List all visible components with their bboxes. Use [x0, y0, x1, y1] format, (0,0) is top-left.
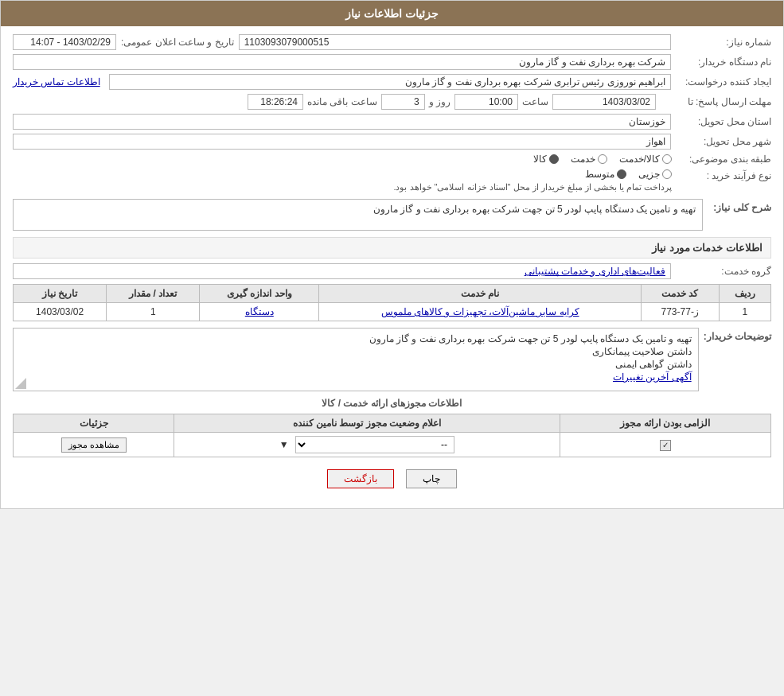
cell-tarikh: 1403/03/02 [14, 303, 107, 321]
sharh-koli-text: تهیه و تامین یک دستگاه پایپ لودر 5 تن جه… [373, 204, 696, 215]
col-tedad: تعداد / مقدار [107, 285, 200, 303]
tosihat-row: توضیحات خریدار: تهیه و تامین یک دستگاه پ… [13, 328, 771, 391]
services-table-head: ردیف کد خدمت نام خدمت واحد اندازه گیری ت… [14, 285, 771, 303]
ostan-label: استان محل تحویل: [676, 116, 771, 127]
button-row: چاپ بازگشت [13, 469, 771, 488]
tabaqe-kala-khedmat-radio[interactable] [662, 154, 672, 164]
contact-info-link[interactable]: اطلاعات تماس خریدار [13, 76, 100, 87]
grohe-khedmat-row: گروه خدمت: فعالیت‌های اداری و خدمات پشتی… [13, 263, 771, 279]
mojoz-col-elzami: الزامی بودن ارائه مجوز [560, 414, 770, 433]
tarikh-aalan-value: 1403/02/29 - 14:07 [13, 34, 116, 50]
farayand-options: جزیی متوسط پرداخت تمام یا بخشی از مبلغ خ… [393, 169, 672, 192]
shomare-niaz-row: شماره نیاز: 1103093079000515 تاریخ و ساع… [13, 34, 771, 50]
col-nam: نام خدمت [319, 285, 641, 303]
mojoz-checkbox[interactable] [660, 440, 671, 451]
shomare-niaz-label: شماره نیاز: [676, 37, 771, 48]
content-area: شماره نیاز: 1103093079000515 تاریخ و ساع… [1, 26, 783, 508]
tabaqe-label: طبقه بندی موضوعی: [676, 154, 771, 165]
corner-icon [15, 378, 26, 389]
tabaqe-kala-khedmat-label: کالا/خدمت [619, 154, 660, 165]
farayand-note: پرداخت تمام یا بخشی از مبلغ خریدار از مح… [393, 182, 672, 192]
mohlat-date: 1403/03/02 [552, 94, 656, 110]
shahr-value: اهواز [13, 134, 671, 150]
tabaqe-kala-khedmat-option: کالا/خدمت [619, 154, 672, 165]
farayand-row: نوع فرآیند خرید : جزیی متوسط پرداخت تمام… [13, 169, 771, 192]
shahr-row: شهر محل تحویل: اهواز [13, 134, 771, 150]
nam-dastgah-value: شرکت بهره برداری نفت و گاز مارون [13, 54, 671, 70]
services-table-body: 1 ز-77-773 کرایه سایر ماشین‌آلات، تجهیزا… [14, 303, 771, 321]
nam-dastgah-row: نام دستگاه خریدار: شرکت بهره برداری نفت … [13, 54, 771, 70]
col-tarikh: تاریخ نیاز [14, 285, 107, 303]
mojoz-joziyat-cell: مشاهده مجوز [14, 433, 174, 457]
tosihat-line-1: تهیه و تامین یک دستگاه پایپ لودر 5 تن جه… [20, 333, 692, 344]
mojoz-section-title: اطلاعات مجوزهای ارائه خدمت / کالا [13, 398, 771, 409]
tabaqe-row: طبقه بندی موضوعی: کالا/خدمت خدمت کالا [13, 154, 771, 165]
grohe-khedmat-value[interactable]: فعالیت‌های اداری و خدمات پشتیبانی [13, 263, 671, 279]
tosihat-line-3: داشتن گواهی ایمنی [20, 359, 692, 370]
sharh-section: شرح کلی نیاز: تهیه و تامین یک دستگاه پای… [13, 199, 771, 231]
farayand-jazii-radio[interactable] [662, 169, 672, 179]
page-wrapper: جزئیات اطلاعات نیاز شماره نیاز: 11030930… [0, 0, 784, 509]
mojoz-table-head: الزامی بودن ارائه مجوز اعلام وضعیت مجوز … [14, 414, 771, 433]
tabaqe-kala-radio[interactable] [549, 154, 559, 164]
mojoz-elzami-cell [560, 433, 770, 457]
page-header: جزئیات اطلاعات نیاز [1, 1, 783, 26]
mohlat-label: مهلت ارسال پاسخ: تا [660, 96, 771, 107]
farayand-label: نوع فرآیند خرید : [676, 169, 771, 181]
mohlat-saat: 10:00 [454, 94, 518, 110]
cell-kod: ز-77-773 [641, 303, 719, 321]
table-row: 1 ز-77-773 کرایه سایر ماشین‌آلات، تجهیزا… [14, 303, 771, 321]
mohlat-row: مهلت ارسال پاسخ: تا 1403/03/02 ساعت 10:0… [13, 94, 771, 110]
cell-vahed[interactable]: دستگاه [200, 303, 319, 321]
farayand-motavaset-label: متوسط [585, 169, 614, 180]
tabaqe-kala-label: کالا [533, 154, 547, 165]
mojoz-status-select[interactable]: -- [295, 436, 454, 453]
farayand-radio-group: جزیی متوسط [393, 169, 672, 180]
ijad-konande-value: ابراهیم نوروزی رئیس ترابری شرکت بهره برد… [109, 74, 671, 90]
mojoz-header-row: الزامی بودن ارائه مجوز اعلام وضعیت مجوز … [14, 414, 771, 433]
mohlat-rooz-label: روز و [429, 96, 451, 107]
view-mojoz-button[interactable]: مشاهده مجوز [61, 437, 127, 453]
ijad-konande-label: ایجاد کننده درخواست: [676, 76, 771, 87]
sharh-value-wrapper: تهیه و تامین یک دستگاه پایپ لودر 5 تن جه… [13, 199, 703, 231]
cell-nam[interactable]: کرایه سایر ماشین‌آلات، تجهیزات و کالاهای… [319, 303, 641, 321]
farayand-jazii-label: جزیی [638, 169, 660, 180]
baghimande-value: 18:26:24 [248, 94, 303, 110]
col-radif: ردیف [719, 285, 770, 303]
agahi-link[interactable]: آگهی آخرین تغییرات [613, 371, 692, 383]
ijad-konande-row: ایجاد کننده درخواست: ابراهیم نوروزی رئیس… [13, 74, 771, 90]
mojoz-table-body: -- ▼ مشاهده مجوز [14, 433, 771, 457]
back-button[interactable]: بازگشت [327, 469, 394, 488]
grohe-khedmat-label: گروه خدمت: [676, 266, 771, 277]
tosihat-line-4: آگهی آخرین تغییرات [20, 371, 692, 383]
col-vahed: واحد اندازه گیری [200, 285, 319, 303]
sharh-koli-label: شرح کلی نیاز: [708, 199, 771, 213]
tosihat-line-2: داشتن صلاحیت پیمانکاری [20, 346, 692, 357]
mohlat-saat-label: ساعت [522, 96, 548, 107]
tabaqe-radio-group: کالا/خدمت خدمت کالا [533, 154, 672, 165]
farayand-motavaset-option: متوسط [585, 169, 626, 180]
services-table: ردیف کد خدمت نام خدمت واحد اندازه گیری ت… [13, 284, 771, 321]
baghimande-label: ساعت باقی مانده [307, 96, 377, 107]
services-section-title: اطلاعات خدمات مورد نیاز [13, 237, 771, 259]
dropdown-icon: ▼ [279, 439, 289, 450]
farayand-motavaset-radio[interactable] [617, 169, 626, 179]
cell-radif: 1 [719, 303, 770, 321]
print-button[interactable]: چاپ [406, 469, 457, 488]
sharh-row: شرح کلی نیاز: تهیه و تامین یک دستگاه پای… [13, 199, 771, 231]
mojoz-col-joziyat: جزئیات [14, 414, 174, 433]
shomare-niaz-value: 1103093079000515 [239, 34, 671, 50]
col-kod: کد خدمت [641, 285, 719, 303]
mojoz-col-status: اعلام وضعیت مجوز توسط نامین کننده [174, 414, 560, 433]
mojoz-table-row: -- ▼ مشاهده مجوز [14, 433, 771, 457]
nam-dastgah-label: نام دستگاه خریدار: [676, 56, 771, 68]
services-table-header-row: ردیف کد خدمت نام خدمت واحد اندازه گیری ت… [14, 285, 771, 303]
ostan-value: خوزستان [13, 114, 671, 130]
tabaqe-khedmat-option: خدمت [571, 154, 607, 165]
mojoz-table: الزامی بودن ارائه مجوز اعلام وضعیت مجوز … [13, 414, 771, 457]
tabaqe-kala-option: کالا [533, 154, 559, 165]
sharh-koli-value: تهیه و تامین یک دستگاه پایپ لودر 5 تن جه… [13, 199, 703, 231]
ostan-row: استان محل تحویل: خوزستان [13, 114, 771, 130]
tabaqe-khedmat-radio[interactable] [598, 154, 607, 164]
tosihat-label: توضیحات خریدار: [704, 328, 771, 342]
